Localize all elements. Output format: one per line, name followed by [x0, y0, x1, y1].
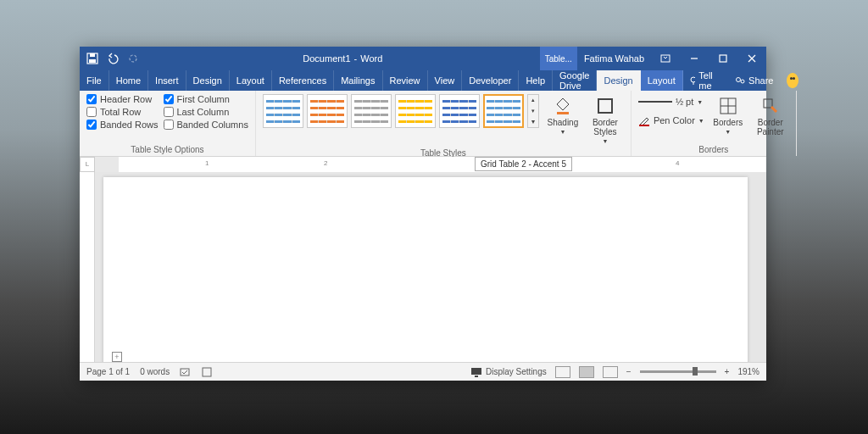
tab-references[interactable]: References: [272, 70, 334, 91]
status-page[interactable]: Page 1 of 1: [86, 367, 130, 376]
display-settings-button[interactable]: Display Settings: [470, 367, 547, 377]
borders-button[interactable]: Borders▼: [709, 94, 747, 137]
word-app-window: Document1 - Word Table... Fatima Wahab F…: [80, 47, 766, 381]
document-area: +: [80, 172, 766, 362]
title-bar-right: Table... Fatima Wahab: [540, 47, 766, 70]
group-borders: ½ pt ▼ Pen Color ▼ Borders▼ Border Paint: [632, 91, 797, 156]
checkbox-last-column[interactable]: Last Column: [164, 107, 248, 117]
checkbox-banded-columns[interactable]: Banded Columns: [164, 120, 248, 130]
table-tools-label: Table...: [540, 47, 577, 70]
zoom-out-button[interactable]: −: [626, 367, 632, 376]
read-mode-icon[interactable]: [555, 366, 570, 378]
pen-weight-dropdown[interactable]: ½ pt ▼: [638, 94, 704, 109]
status-words[interactable]: 0 words: [140, 367, 170, 376]
feedback-smiley-icon[interactable]: [787, 73, 798, 88]
print-layout-icon[interactable]: [579, 366, 594, 378]
ruler-track[interactable]: 1 2 3 4 Grid Table 2 - Accent 5: [95, 157, 766, 172]
svg-rect-13: [557, 112, 569, 114]
tab-layout[interactable]: Layout: [230, 70, 272, 91]
zoom-in-button[interactable]: +: [725, 367, 730, 376]
quick-access-toolbar: [80, 53, 146, 64]
tab-insert[interactable]: Insert: [148, 70, 186, 91]
shading-button[interactable]: Shading▼: [544, 94, 581, 137]
status-bar: Page 1 of 1 0 words Display Settings − +…: [80, 362, 766, 381]
table-style-thumb[interactable]: [395, 94, 436, 128]
checkbox-banded-rows[interactable]: Banded Rows: [86, 120, 159, 130]
border-painter-icon: [760, 96, 781, 116]
table-style-thumb[interactable]: [439, 94, 480, 128]
border-painter-button[interactable]: Border Painter: [752, 94, 789, 138]
tab-file[interactable]: File: [80, 70, 109, 91]
svg-rect-22: [471, 368, 481, 375]
undo-icon[interactable]: [107, 53, 119, 64]
lightbulb-icon: [688, 75, 696, 86]
zoom-slider[interactable]: [640, 370, 716, 373]
tab-help[interactable]: Help: [519, 70, 553, 91]
ribbon-tabs: File Home Insert Design Layout Reference…: [80, 70, 766, 91]
tab-google-drive[interactable]: Google Drive: [553, 70, 597, 91]
document-page[interactable]: +: [103, 177, 748, 362]
table-styles-gallery: ▴▾▼: [263, 94, 539, 128]
style-tooltip: Grid Table 2 - Accent 5: [475, 157, 572, 171]
web-layout-icon[interactable]: [603, 366, 618, 378]
svg-rect-20: [181, 369, 189, 376]
minimize-icon[interactable]: [680, 47, 709, 70]
vertical-ruler[interactable]: [80, 172, 95, 362]
ribbon-options-icon[interactable]: [651, 47, 680, 70]
spellcheck-icon[interactable]: [180, 367, 192, 377]
svg-rect-2: [89, 59, 96, 63]
svg-rect-23: [475, 376, 478, 377]
tab-home[interactable]: Home: [109, 70, 148, 91]
svg-point-11: [737, 78, 741, 82]
table-style-thumb[interactable]: [263, 94, 303, 128]
window-title: Document1 - Word: [146, 53, 540, 64]
tab-review[interactable]: Review: [383, 70, 428, 91]
close-icon[interactable]: [737, 47, 766, 70]
borders-icon: [718, 96, 738, 116]
horizontal-ruler[interactable]: L 1 2 3 4 Grid Table 2 - Accent 5: [80, 157, 766, 172]
share-button[interactable]: Share: [730, 75, 778, 86]
table-style-thumb[interactable]: [307, 94, 348, 128]
svg-rect-15: [639, 125, 649, 126]
tab-table-layout[interactable]: Layout: [641, 70, 683, 91]
ribbon: Header Row Total Row Banded Rows First C…: [80, 91, 766, 157]
tell-me-search[interactable]: Tell me: [683, 70, 725, 91]
group-label-style-options: Table Style Options: [86, 143, 248, 154]
svg-point-9: [691, 77, 696, 82]
share-icon: [735, 75, 745, 86]
redo-icon[interactable]: [127, 53, 139, 64]
shading-icon: [553, 96, 573, 116]
ruler-corner[interactable]: L: [80, 157, 95, 172]
table-style-thumb-selected[interactable]: [483, 94, 524, 128]
group-table-style-options: Header Row Total Row Banded Rows First C…: [80, 91, 256, 156]
svg-rect-1: [90, 53, 95, 57]
tab-design[interactable]: Design: [186, 70, 230, 91]
table-style-thumb[interactable]: [351, 94, 392, 128]
monitor-icon: [470, 367, 482, 377]
title-bar: Document1 - Word Table... Fatima Wahab: [80, 47, 766, 70]
tab-table-design[interactable]: Design: [597, 70, 640, 91]
checkbox-header-row[interactable]: Header Row: [86, 94, 159, 104]
svg-rect-19: [764, 99, 772, 108]
maximize-icon[interactable]: [709, 47, 737, 70]
tab-mailings[interactable]: Mailings: [334, 70, 382, 91]
svg-point-12: [741, 80, 744, 83]
gallery-more-button[interactable]: ▴▾▼: [527, 94, 539, 128]
user-name: Fatima Wahab: [577, 53, 651, 64]
tab-view[interactable]: View: [428, 70, 463, 91]
checkbox-total-row[interactable]: Total Row: [86, 107, 159, 117]
group-label-borders: Borders: [638, 143, 789, 154]
macro-icon[interactable]: [202, 367, 212, 377]
app-name: Word: [360, 53, 382, 64]
pen-color-dropdown[interactable]: Pen Color ▼: [638, 113, 704, 128]
border-styles-button[interactable]: Border Styles▼: [587, 94, 624, 147]
svg-rect-14: [598, 99, 612, 113]
checkbox-first-column[interactable]: First Column: [164, 94, 248, 104]
border-styles-icon: [595, 96, 615, 116]
document-name: Document1: [303, 53, 350, 64]
tab-developer[interactable]: Developer: [462, 70, 519, 91]
table-anchor-icon[interactable]: +: [112, 352, 122, 362]
zoom-level[interactable]: 191%: [737, 367, 760, 376]
save-icon[interactable]: [86, 53, 98, 64]
line-preview-icon: [638, 101, 672, 103]
